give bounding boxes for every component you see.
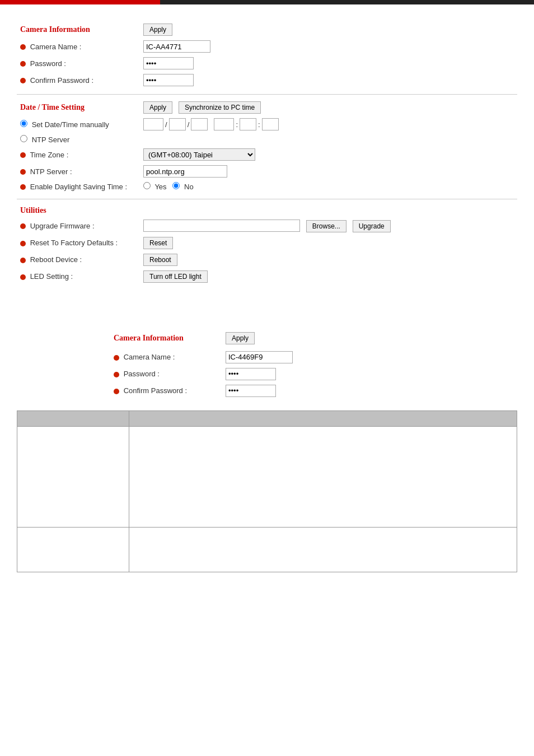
confirm-password-2-dot <box>114 389 119 394</box>
reset-dot <box>20 241 26 246</box>
bottom-table-col1-header <box>17 410 129 426</box>
datetime-inputs: / / : : <box>143 118 514 130</box>
password-2-dot <box>114 372 119 377</box>
separator-2 <box>17 199 517 199</box>
ntp-server-label: NTP Server : <box>30 167 72 176</box>
time-hour-input[interactable] <box>214 118 234 130</box>
led-dot <box>20 274 26 280</box>
timezone-dot <box>20 152 26 158</box>
dst-yes-label: Yes <box>154 183 166 191</box>
utilities-section: Utilities Upgrade Firmware : Browse... U… <box>17 204 517 285</box>
daylight-dot <box>20 184 26 190</box>
camera-info-apply-button[interactable]: Apply <box>143 24 172 36</box>
confirm-password-dot <box>20 78 26 83</box>
sync-pc-time-button[interactable]: Synchronize to PC time <box>179 101 261 114</box>
camera-name-2-label: Camera Name : <box>124 353 175 361</box>
ntp-server-dot <box>20 169 26 175</box>
confirm-password-2-input[interactable] <box>226 385 276 397</box>
bottom-table-col2-header <box>129 410 517 426</box>
reboot-button[interactable]: Reboot <box>143 254 177 266</box>
password-2-label: Password : <box>124 370 160 378</box>
date-day-input[interactable] <box>191 118 208 130</box>
browse-button[interactable]: Browse... <box>306 220 346 232</box>
date-month-input[interactable] <box>169 118 186 130</box>
bottom-table-left-footer <box>17 527 129 572</box>
dst-no-radio[interactable] <box>172 182 180 189</box>
password-label: Password : <box>30 59 66 68</box>
separator-1 <box>17 94 517 95</box>
dst-yes-radio[interactable] <box>143 182 151 189</box>
password-input[interactable] <box>143 57 194 69</box>
ntp-server-input[interactable] <box>143 165 227 178</box>
reboot-dot <box>20 258 26 263</box>
dst-no-label: No <box>184 183 194 191</box>
main-content: Camera Information Apply Camera Name : P… <box>0 16 534 302</box>
camera-name-2-dot <box>114 355 119 361</box>
camera-info-section: Camera Information Apply Camera Name : P… <box>17 21 517 88</box>
confirm-password-input[interactable] <box>143 74 194 86</box>
upgrade-button[interactable]: Upgrade <box>353 220 391 232</box>
camera-info-title: Camera Information <box>20 23 90 36</box>
camera-info-2-title: Camera Information <box>114 332 184 344</box>
upgrade-dot <box>20 223 26 229</box>
manual-radio-label: Set Date/Time manually <box>32 120 109 129</box>
confirm-password-2-label: Confirm Password : <box>124 386 187 395</box>
date-year-input[interactable] <box>143 118 163 130</box>
led-button[interactable]: Turn off LED light <box>143 270 208 283</box>
bottom-table-right-content <box>129 426 517 527</box>
confirm-password-label: Confirm Password : <box>30 76 93 85</box>
second-form: Camera Information Apply Camera Name : <box>110 330 424 399</box>
reboot-label: Reboot Device : <box>30 255 82 264</box>
bottom-table-left-content <box>17 426 129 527</box>
camera-name-2-input[interactable] <box>226 351 293 363</box>
datetime-title: Date / Time Setting <box>20 101 85 114</box>
second-panel: Camera Information Apply Camera Name : <box>0 324 534 572</box>
camera-info-2-apply-button[interactable]: Apply <box>226 332 255 344</box>
camera-name-dot <box>20 44 26 50</box>
password-dot <box>20 61 26 67</box>
camera-info-2-table: Camera Information Apply Camera Name : <box>110 330 424 399</box>
manual-radio[interactable] <box>20 120 27 127</box>
datetime-section: Date / Time Setting Apply Synchronize to… <box>17 99 517 193</box>
ntp-radio-label: NTP Server <box>32 136 70 144</box>
top-bar <box>0 0 534 4</box>
timezone-label: Time Zone : <box>30 151 68 159</box>
time-sec-input[interactable] <box>262 118 279 130</box>
datetime-apply-button[interactable]: Apply <box>143 101 172 114</box>
bottom-table <box>17 410 517 572</box>
timezone-select[interactable]: (GMT+08:00) Taipei <box>143 148 255 161</box>
camera-name-label: Camera Name : <box>30 43 82 51</box>
upgrade-label: Upgrade Firmware : <box>30 222 95 230</box>
reset-button[interactable]: Reset <box>143 237 173 249</box>
password-2-input[interactable] <box>226 368 276 380</box>
ntp-radio[interactable] <box>20 135 27 142</box>
led-label: LED Setting : <box>30 272 73 281</box>
reset-label: Reset To Factory Defaults : <box>30 239 118 247</box>
camera-name-input[interactable] <box>143 40 210 53</box>
bottom-table-right-footer <box>129 527 517 572</box>
firmware-file-input[interactable] <box>143 220 300 232</box>
time-min-input[interactable] <box>240 118 256 130</box>
utilities-title: Utilities <box>20 204 46 217</box>
daylight-label: Enable Daylight Saving Time : <box>30 183 127 191</box>
